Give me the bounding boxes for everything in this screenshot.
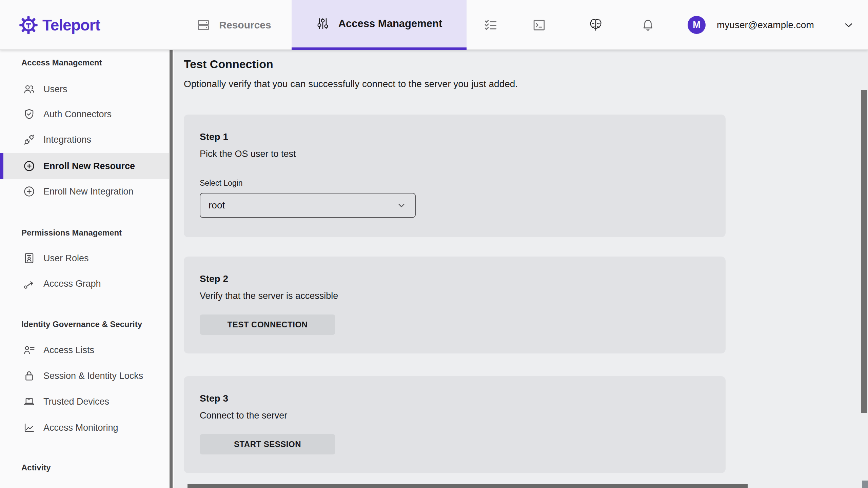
user-email: myuser@example.com <box>717 20 814 30</box>
page-subtitle: Optionally verify that you can successfu… <box>184 79 518 89</box>
select-login-label: Select Login <box>200 179 726 188</box>
main-content: Test Connection Optionally verify that y… <box>175 50 868 488</box>
graph-arrow-icon <box>22 277 36 290</box>
chart-icon <box>22 421 36 434</box>
brand-wordmark: Teleport <box>42 16 100 34</box>
start-session-button[interactable]: START SESSION <box>200 434 335 454</box>
sidebar-item-session-identity-locks[interactable]: Session & Identity Locks <box>0 363 169 389</box>
page-title: Test Connection <box>184 58 273 71</box>
sidebar-heading-activity: Activity <box>21 460 51 476</box>
users-icon <box>22 82 36 96</box>
step-2-description: Verify that the server is accessible <box>200 291 726 301</box>
step-3-card: Step 3 Connect to the server START SESSI… <box>184 376 726 473</box>
sidebar-item-auth-connectors[interactable]: Auth Connectors <box>0 101 169 127</box>
lock-icon <box>22 369 36 383</box>
test-connection-button[interactable]: TEST CONNECTION <box>200 314 335 335</box>
sidebar-item-access-lists[interactable]: Access Lists <box>0 337 169 363</box>
sidebar-item-integrations[interactable]: Integrations <box>0 127 169 152</box>
terminal-icon <box>532 18 546 32</box>
laptop-icon <box>22 395 36 408</box>
sidebar-item-users[interactable]: Users <box>0 76 169 102</box>
sidebar-item-trusted-devices[interactable]: Trusted Devices <box>0 389 169 414</box>
step-1-name: Step 1 <box>200 131 726 142</box>
select-login-value: root <box>209 200 225 211</box>
notifications-bell-button[interactable] <box>634 0 662 50</box>
tab-access-management-label: Access Management <box>338 18 442 30</box>
tasks-checklist-button[interactable] <box>477 0 505 50</box>
teleport-gear-icon <box>19 16 38 35</box>
select-login-dropdown[interactable]: root <box>200 193 416 218</box>
plus-circle-icon <box>22 185 36 198</box>
sidebar-item-access-graph[interactable]: Access Graph <box>0 271 169 297</box>
step-2-card: Step 2 Verify that the server is accessi… <box>184 257 726 353</box>
sidebar-item-enroll-new-integration[interactable]: Enroll New Integration <box>0 179 169 204</box>
tab-resources-label: Resources <box>219 19 271 31</box>
terminal-top-bar-right-fragment <box>862 481 868 488</box>
shield-check-icon <box>22 107 36 121</box>
plus-circle-icon <box>22 159 36 173</box>
assist-brain-button[interactable] <box>582 0 610 50</box>
sliders-icon <box>316 17 330 30</box>
tab-access-management[interactable]: Access Management <box>292 0 467 50</box>
avatar: M <box>688 16 706 34</box>
sidebar-item-user-roles[interactable]: User Roles <box>0 245 169 271</box>
main-scrollbar-thumb[interactable] <box>861 90 867 413</box>
step-3-description: Connect to the server <box>200 410 726 421</box>
sidebar-scrollbar-thumb[interactable] <box>170 50 173 488</box>
terminal-top-bar <box>188 484 748 488</box>
terminal-button[interactable] <box>525 0 553 50</box>
id-card-icon <box>22 251 36 265</box>
notifications-bell-icon <box>641 18 655 32</box>
teleport-logo[interactable]: Teleport <box>19 0 100 50</box>
step-2-name: Step 2 <box>200 273 726 284</box>
assist-brain-icon <box>588 18 603 33</box>
tasks-checklist-icon <box>484 18 498 32</box>
user-menu[interactable]: M myuser@example.com <box>680 0 863 50</box>
plug-icon <box>22 133 36 146</box>
chevron-down-icon <box>843 19 855 31</box>
chevron-down-icon <box>396 200 407 211</box>
sidebar-heading-access-management: Access Management <box>21 55 102 71</box>
step-3-name: Step 3 <box>200 393 726 404</box>
servers-icon <box>197 18 210 32</box>
person-list-icon <box>22 343 36 357</box>
step-1-description: Pick the OS user to test <box>200 149 726 159</box>
step-1-card: Step 1 Pick the OS user to test Select L… <box>184 115 726 237</box>
sidebar-heading-identity-governance: Identity Governance & Security <box>21 316 142 332</box>
top-nav: Teleport Resources Access Management <box>0 0 868 50</box>
sidebar-heading-permissions-management: Permissions Management <box>21 225 122 241</box>
sidebar-item-enroll-new-resource[interactable]: Enroll New Resource <box>0 153 169 179</box>
sidebar-item-access-monitoring[interactable]: Access Monitoring <box>0 415 169 441</box>
tab-resources[interactable]: Resources <box>185 0 283 50</box>
sidebar: Access Management Users Auth Connectors <box>0 50 174 488</box>
